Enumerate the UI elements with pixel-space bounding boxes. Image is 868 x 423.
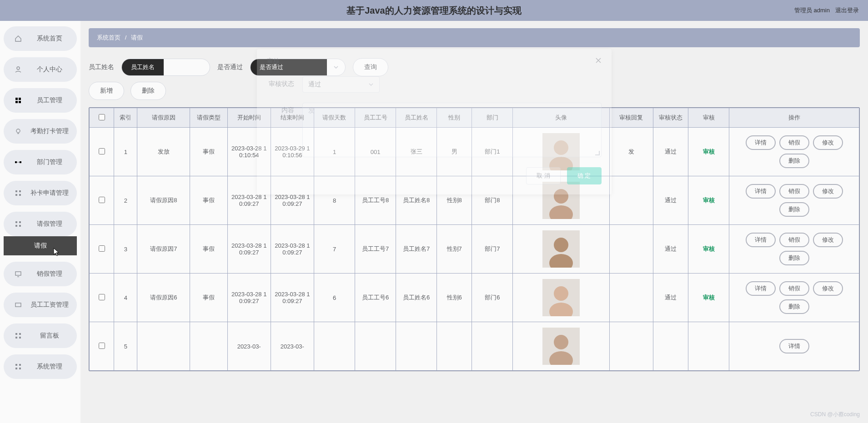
sidebar-item-label: 请假管理 [27, 220, 71, 228]
audit-link[interactable]: 审核 [703, 294, 715, 301]
watermark: CSDN @小蔡coding [810, 411, 860, 418]
sidebar-item-label: 补卡申请管理 [27, 189, 71, 197]
table-header-14: 审核 [688, 108, 729, 128]
edit-button[interactable]: 修改 [813, 184, 843, 199]
cell-type [190, 322, 227, 371]
input-prefix: 员工姓名 [122, 59, 164, 75]
sidebar-item-label: 系统管理 [27, 363, 71, 371]
cell-reason: 请假原因8 [137, 176, 190, 225]
cell-reason: 发放 [137, 128, 190, 176]
modal-status-label: 审核状态 [267, 76, 294, 88]
sidebar-subitem-leave[interactable]: 请假 [4, 236, 77, 255]
svg-rect-19 [19, 333, 21, 335]
avatar [542, 328, 580, 365]
sidebar-item-9[interactable]: 留言板 [4, 323, 77, 348]
sidebar-item-0[interactable]: 系统首页 [4, 26, 77, 51]
grid-icon [9, 97, 27, 104]
sidebar-item-2[interactable]: 员工管理 [4, 88, 77, 113]
table-row: 52023-03-2023-03-详情 [90, 322, 859, 371]
delete-button[interactable]: 删除 [130, 82, 166, 100]
audit-link[interactable]: 审核 [703, 148, 715, 155]
cell-avatar [513, 274, 609, 322]
cell-status: 通过 [653, 128, 688, 176]
row-delete-button[interactable]: 删除 [779, 154, 809, 168]
cell-audit: 审核 [688, 176, 729, 225]
add-button[interactable]: 新增 [89, 82, 124, 100]
row-checkbox[interactable] [99, 197, 105, 203]
modal-status-select[interactable]: 通过 [302, 76, 380, 93]
svg-rect-23 [19, 364, 21, 366]
detail-button[interactable]: 详情 [746, 281, 776, 296]
sidebar-item-label: 员工管理 [27, 96, 71, 105]
cancel-leave-button[interactable]: 销假 [779, 233, 809, 247]
svg-point-33 [554, 238, 568, 252]
row-checkbox[interactable] [99, 245, 105, 252]
detail-button[interactable]: 详情 [779, 339, 809, 353]
row-checkbox[interactable] [99, 148, 105, 154]
row-checkbox[interactable] [99, 343, 105, 349]
edit-button[interactable]: 修改 [813, 233, 843, 247]
sidebar-item-label: 个人中心 [27, 65, 71, 74]
money-icon [9, 301, 27, 309]
detail-button[interactable]: 详情 [746, 184, 776, 199]
app-header: 基于Java的人力资源管理系统的设计与实现 管理员 admin 退出登录 [0, 0, 868, 21]
sidebar-item-1[interactable]: 个人中心 [4, 57, 77, 82]
svg-rect-21 [19, 337, 21, 338]
cancel-leave-button[interactable]: 销假 [779, 135, 809, 150]
edit-button[interactable]: 修改 [813, 135, 843, 150]
admin-label[interactable]: 管理员 admin [794, 6, 830, 15]
row-checkbox[interactable] [99, 294, 105, 300]
modal-title: 审核 [267, 57, 280, 65]
close-icon[interactable] [595, 57, 602, 65]
cell-idx: 1 [114, 128, 137, 176]
cell-idx: 5 [114, 322, 137, 371]
sidebar-item-5[interactable]: 补卡申请管理 [4, 181, 77, 205]
cell-sex: 性别7 [437, 225, 472, 274]
avatar [542, 279, 580, 316]
sidebar-item-7[interactable]: 销假管理 [4, 262, 77, 286]
row-delete-button[interactable]: 删除 [779, 202, 809, 217]
audit-link[interactable]: 审核 [703, 245, 715, 252]
filter-pass-label: 是否通过 [217, 63, 243, 71]
modal-content-textarea[interactable]: 发 [302, 103, 602, 157]
filter-empname-input[interactable]: 员工姓名 [121, 59, 210, 76]
logout-link[interactable]: 退出登录 [835, 6, 859, 15]
cell-empname: 员工姓名7 [396, 225, 437, 274]
cell-reason: 请假原因6 [137, 274, 190, 322]
cell-type: 事假 [190, 274, 227, 322]
detail-button[interactable]: 详情 [746, 135, 776, 150]
row-delete-button[interactable]: 删除 [779, 251, 809, 265]
cell-audit [688, 322, 729, 371]
cell-reply [609, 225, 653, 274]
modal-confirm-button[interactable]: 确 定 [567, 167, 602, 184]
sidebar-item-label: 销假管理 [27, 270, 71, 278]
svg-rect-22 [15, 364, 17, 366]
resize-handle-icon[interactable] [595, 151, 600, 155]
breadcrumb-root[interactable]: 系统首页 [97, 34, 120, 41]
svg-rect-14 [15, 225, 17, 227]
audit-modal: 审核 审核状态 通过 内容 发 取 消 确 定 [257, 49, 612, 194]
row-delete-button[interactable]: 删除 [779, 299, 809, 314]
edit-button[interactable]: 修改 [813, 281, 843, 296]
cell-days [314, 322, 355, 371]
svg-rect-3 [15, 101, 18, 103]
sidebar-item-3[interactable]: 考勤打卡管理 [4, 119, 77, 144]
table-row: 3请假原因7事假2023-03-28 10:09:272023-03-28 10… [90, 225, 859, 274]
sidebar-item-10[interactable]: 系统管理 [4, 354, 77, 379]
svg-rect-6 [15, 161, 17, 163]
detail-button[interactable]: 详情 [746, 233, 776, 247]
modal-cancel-button[interactable]: 取 消 [526, 167, 561, 184]
sidebar-item-4[interactable]: 部门管理 [4, 150, 77, 174]
cell-days: 6 [314, 274, 355, 322]
sidebar-item-8[interactable]: 员工工资管理 [4, 293, 77, 317]
table-header-1: 索引 [114, 108, 137, 128]
breadcrumb: 系统首页 / 请假 [89, 28, 860, 47]
sidebar-item-6[interactable]: 请假管理 [4, 212, 77, 236]
select-all-checkbox[interactable] [99, 114, 105, 120]
cell-days: 7 [314, 225, 355, 274]
cancel-leave-button[interactable]: 销假 [779, 184, 809, 199]
audit-link[interactable]: 审核 [703, 197, 715, 204]
cell-idx: 3 [114, 225, 137, 274]
cancel-leave-button[interactable]: 销假 [779, 281, 809, 296]
monitor-icon [9, 270, 27, 278]
